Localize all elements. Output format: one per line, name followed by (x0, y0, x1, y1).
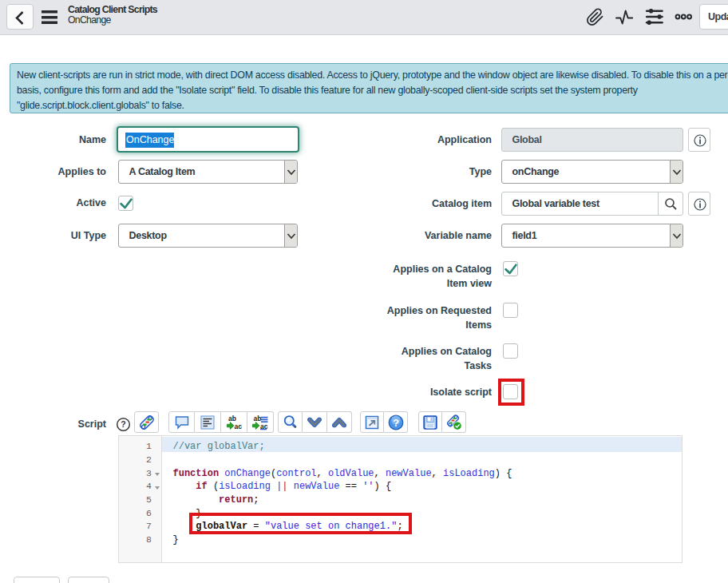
svg-text:ac: ac (235, 422, 243, 430)
svg-text:?: ? (121, 419, 125, 429)
svg-text:ab: ab (254, 414, 262, 422)
svg-text:?: ? (393, 417, 399, 428)
svg-text:ab: ab (228, 414, 236, 422)
